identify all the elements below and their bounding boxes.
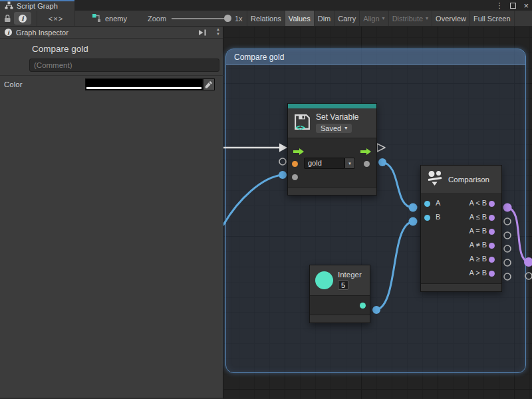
graph-inspector-header: i Graph Inspector ▲ ▼ xyxy=(0,27,223,39)
unconnected-port-circle[interactable] xyxy=(525,273,532,279)
overview-button[interactable]: Overview xyxy=(432,11,470,26)
port-row: A = B xyxy=(421,225,501,239)
graph-inspector-title: Graph Inspector xyxy=(16,29,68,37)
output-label: A ≤ B xyxy=(469,213,487,221)
node-footer xyxy=(288,187,376,195)
dim-button[interactable]: Dim xyxy=(315,11,335,26)
color-alpha-bar xyxy=(86,87,201,89)
control-flow-row xyxy=(288,142,376,156)
input-label: A xyxy=(436,199,440,207)
balance-scale-icon xyxy=(426,170,444,190)
scroll-up-icon: ▲ xyxy=(216,27,220,32)
graph-reference[interactable]: enemy xyxy=(92,13,127,24)
chevron-down-icon: ▾ xyxy=(426,16,428,21)
group-title-bar[interactable]: Compare gold xyxy=(226,49,525,65)
zoom-slider[interactable] xyxy=(172,18,229,19)
output-a-eq-b-port[interactable] xyxy=(489,229,495,235)
variable-name-row: gold ▾ xyxy=(288,156,376,171)
lock-icon[interactable] xyxy=(3,14,11,24)
output-label: A = B xyxy=(469,227,487,235)
output-label: A > B xyxy=(469,269,487,277)
output-label: A ≥ B xyxy=(469,255,487,263)
output-a-gte-b-port[interactable] xyxy=(489,257,495,263)
input-b-port[interactable] xyxy=(424,215,430,221)
section-divider xyxy=(0,75,223,76)
zoom-slider-handle[interactable] xyxy=(224,15,231,22)
node-comparison[interactable]: Comparison A A < B B A ≤ B A = B xyxy=(420,165,502,292)
maximize-icon[interactable] xyxy=(510,3,516,9)
script-graph-asset-icon xyxy=(92,13,101,24)
script-graph-tab-icon xyxy=(5,1,13,11)
window-menu-icon[interactable]: ⋮ xyxy=(495,2,503,9)
variable-kind-dropdown[interactable]: Saved ▾ xyxy=(316,124,352,133)
graph-title: Compare gold xyxy=(32,44,88,54)
chevron-down-icon: ▾ xyxy=(348,161,351,166)
toolbar-buttons: Relations Values Dim Carry Align▾ Distri… xyxy=(247,11,532,26)
output-label: A < B xyxy=(469,199,487,207)
dock-panel-icon[interactable] xyxy=(198,29,207,37)
variable-name-dropdown-button[interactable]: ▾ xyxy=(344,158,355,169)
info-icon: i xyxy=(5,29,12,36)
node-title: Comparison xyxy=(448,176,489,184)
input-a-port[interactable] xyxy=(424,201,430,207)
value-in-port[interactable] xyxy=(292,174,298,180)
chevron-down-icon: ▾ xyxy=(344,126,347,131)
output-a-neq-b-port[interactable] xyxy=(489,243,495,249)
distribute-dropdown[interactable]: Distribute▾ xyxy=(389,11,432,26)
comment-input[interactable] xyxy=(29,59,219,72)
port-row: A ≥ B xyxy=(421,253,501,267)
node-integer[interactable]: Integer 5 xyxy=(309,265,370,323)
integer-type-icon xyxy=(315,271,333,289)
floppy-code-icon: <> xyxy=(293,113,311,134)
output-a-lte-b-port[interactable] xyxy=(489,215,495,221)
comparison-header: Comparison xyxy=(421,166,501,194)
fullscreen-button[interactable]: Full Screen xyxy=(470,11,515,26)
graph-toolbar: i <×> enemy Zoom 1x Relations Values Dim… xyxy=(0,11,532,27)
tab-script-graph[interactable]: Script Graph xyxy=(0,0,74,11)
set-variable-body: gold ▾ xyxy=(288,138,376,187)
carry-button[interactable]: Carry xyxy=(334,11,360,26)
tab-label: Script Graph xyxy=(17,2,58,10)
toolbar-separator xyxy=(37,11,37,26)
variable-name-port[interactable] xyxy=(292,161,298,167)
port-row: A ≠ B xyxy=(421,239,501,253)
eyedropper-button[interactable] xyxy=(203,78,215,90)
output-label: A ≠ B xyxy=(469,241,487,249)
group-title: Compare gold xyxy=(234,53,284,62)
unity-script-graph-window: Script Graph ⋮ × i <×> xyxy=(0,0,532,399)
port-row: A A < B xyxy=(421,197,501,211)
node-footer xyxy=(421,283,501,291)
tab-bar: Script Graph ⋮ × xyxy=(0,0,532,11)
value-in-row xyxy=(288,171,376,184)
inspector-toggle-button[interactable]: i xyxy=(14,12,31,25)
graph-canvas[interactable]: Compare gold xyxy=(223,27,532,399)
color-field-label: Color xyxy=(4,80,22,88)
output-a-gt-b-port[interactable] xyxy=(489,271,495,277)
info-icon: i xyxy=(19,15,27,23)
integer-out-port[interactable] xyxy=(360,303,366,309)
integer-value-field[interactable]: 5 xyxy=(338,280,348,290)
set-variable-accent-bar xyxy=(288,104,376,108)
comparison-body: A A < B B A ≤ B A = B A ≠ B xyxy=(421,194,501,283)
toolbar-separator xyxy=(74,11,75,26)
zoom-label: Zoom xyxy=(148,15,166,23)
output-a-lt-b-port[interactable] xyxy=(489,201,495,207)
values-button[interactable]: Values xyxy=(285,11,315,26)
eyedropper-icon xyxy=(205,80,213,88)
port-row: A > B xyxy=(421,267,501,281)
node-title: Integer xyxy=(338,271,362,279)
relations-button[interactable]: Relations xyxy=(247,11,285,26)
variable-name-field[interactable]: gold xyxy=(304,158,344,169)
chevron-down-icon: ▾ xyxy=(382,16,385,21)
color-swatch[interactable] xyxy=(85,78,203,90)
close-icon[interactable]: × xyxy=(523,1,529,10)
node-set-variable[interactable]: <> Set Variable Saved ▾ xyxy=(287,103,377,196)
code-view-icon[interactable]: <×> xyxy=(41,13,70,24)
align-dropdown[interactable]: Align▾ xyxy=(360,11,388,26)
zoom-value: 1x xyxy=(235,15,243,23)
pane-scroller[interactable]: ▲ ▼ xyxy=(216,27,220,37)
value-out-port[interactable] xyxy=(364,161,370,167)
graph-inspector-panel: i Graph Inspector ▲ ▼ Compare gold Color xyxy=(0,27,223,399)
svg-text:<>: <> xyxy=(295,122,305,130)
node-title: Set Variable xyxy=(316,112,358,122)
